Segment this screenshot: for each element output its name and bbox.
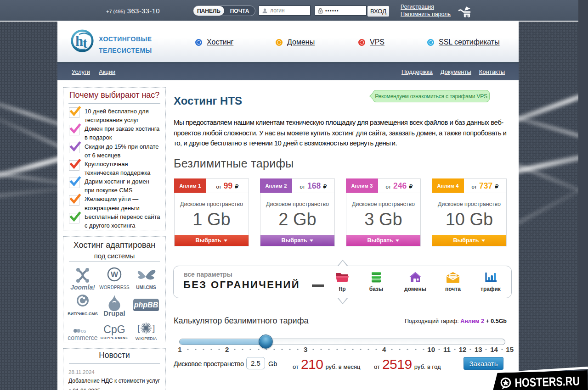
remind-password-link[interactable]: Напомнить пароль (401, 11, 451, 18)
dropdown-arrow-icon (310, 240, 313, 242)
month-from-label: от (293, 363, 299, 370)
choose-button[interactable]: Выбрать (346, 235, 420, 246)
disk-label: Дисковое пространство (432, 201, 506, 207)
oscommerce-logo: os commerce (67, 317, 99, 344)
news-block: Новости 28.11.2024 Добавление НДС к стои… (63, 348, 166, 390)
cart-svg (458, 6, 471, 17)
brand-name[interactable]: ХОСТИНГОВЫЕТЕЛЕСИСТЕМЫ (99, 33, 152, 56)
bubble-tail (369, 93, 375, 99)
scale-label: 1 (178, 345, 181, 353)
param-label: почта (437, 286, 469, 292)
choose-label: Выбрать (282, 237, 307, 244)
scale-label: 2 (225, 345, 229, 353)
param-mail: почта (437, 271, 469, 292)
tariff-card-anlim1: Анлим 1 от99₽ Дисковое пространство 1 Gb… (174, 178, 249, 246)
wikipedia-logo: [ ] WIKIPEDIA (130, 317, 162, 344)
adapted-subtitle: под системы (67, 252, 162, 260)
coppermine-logo: CpG COPPERMINE (99, 317, 130, 344)
nav-label: SSL сертификаты (439, 38, 500, 46)
scale-dot (187, 349, 188, 350)
param-label: ftp (326, 286, 358, 292)
tariff-price: 99 (224, 181, 232, 191)
scale-dot (423, 349, 424, 350)
scale-dot (234, 349, 236, 350)
toggle-panel[interactable]: ПАНЕЛЬ (193, 6, 224, 16)
cms-logo-svg: CpG COPPERMINE (99, 320, 130, 344)
param-label: трафик (475, 286, 507, 292)
svg-text:CpG: CpG (103, 323, 125, 335)
house-icon (408, 271, 423, 284)
cms-logo-svg: phpBB (131, 293, 161, 317)
svg-text:Drupal: Drupal (103, 309, 125, 317)
scale-dot (415, 349, 416, 350)
scale-dot (454, 349, 456, 350)
subnav-support[interactable]: Поддержка (401, 68, 433, 75)
check-icon (69, 107, 79, 118)
list-item: 10 дней бесплатно для тестирования услуг (68, 107, 161, 124)
toggle-mail[interactable]: ПОЧТА (224, 6, 255, 16)
scale-label: 14 (490, 345, 498, 353)
nav-label: Хостинг (207, 38, 233, 46)
adapted-systems-block: Хостинг адаптирован под системы Joomla! (63, 236, 166, 342)
tariff-badge: Анлим 3 (346, 178, 378, 193)
dropdown-arrow-icon (481, 240, 485, 242)
hosting-radio-icon (195, 39, 202, 46)
disk-value-input[interactable]: 2.5 (246, 357, 265, 369)
svg-text:W: W (111, 270, 119, 279)
domains-radio-icon (276, 39, 283, 46)
nav-ssl[interactable]: SSL сертификаты (427, 38, 500, 46)
year-from-label: от (374, 363, 380, 370)
price-row: от246₽ (378, 179, 420, 193)
scale-dot (289, 349, 290, 350)
cart-icon[interactable] (458, 6, 471, 19)
subnav-documents[interactable]: Документы (441, 68, 471, 75)
cms-logo-svg: UMI.CMS (132, 267, 160, 290)
tariffs-heading: Безлимитные тарифы (174, 157, 294, 170)
tariff-badge: Анлим 2 (260, 178, 292, 193)
nav-vps[interactable]: VPS (358, 38, 384, 46)
disk-slider[interactable] (179, 339, 505, 345)
password-input[interactable]: •••••• (315, 6, 367, 16)
bitrix-logo: БИТРИКС.CMS (67, 290, 99, 317)
disk-size: 1 Gb (175, 210, 249, 229)
site-header: h t ХОСТИНГОВЫЕТЕЛЕСИСТЕМЫ Хостинг Домен… (57, 22, 519, 62)
scale-dot (470, 349, 471, 350)
param-domains: домены (399, 271, 431, 292)
phone-number: +7 (495) 363-33-10 (106, 7, 160, 15)
login-input[interactable]: логин (259, 6, 311, 16)
login-button[interactable]: ВХОД (368, 6, 389, 17)
list-item: Скидки до 15% при оплате от 6 месяцев (68, 142, 161, 160)
nav-hosting[interactable]: Хостинг (195, 38, 233, 46)
scale-dot (438, 349, 440, 350)
news-item-text[interactable]: Добавление НДС к стоимости услуг с 01.01… (68, 376, 160, 390)
vps-recommendation-bubble[interactable]: Рекомендуем ознакомиться с тарифами VPS (373, 90, 490, 102)
logo-icon[interactable]: h t (70, 29, 94, 55)
tariff-price: 246 (393, 181, 407, 191)
scale-dot (376, 349, 377, 350)
nav-domains[interactable]: Домены (276, 38, 315, 46)
subnav-contacts[interactable]: Контакты (479, 68, 505, 75)
check-icon (69, 125, 79, 135)
watermark-logo-icon (499, 377, 512, 390)
scale-dot (250, 349, 251, 350)
scale-label: 15 (506, 345, 514, 353)
hint-tariff-link[interactable]: Анлим 2 (460, 318, 484, 324)
currency-symbol: ₽ (409, 183, 413, 190)
why-item-text: 10 дней бесплатно для тестирования услуг (85, 107, 160, 124)
svg-text:os: os (81, 328, 86, 334)
choose-button[interactable]: Выбрать (432, 235, 506, 246)
scale-label: 4 (382, 345, 386, 353)
price-row: от99₽ (206, 179, 249, 193)
subnav-services[interactable]: Услуги (72, 68, 90, 75)
vps-radio-icon (358, 39, 365, 46)
choose-button[interactable]: Выбрать (175, 235, 249, 246)
register-link[interactable]: Регистрация (401, 3, 451, 11)
browser-scrollbar[interactable] (578, 0, 588, 390)
subnav-promos[interactable]: Акции (99, 68, 115, 75)
price-from-label: от (472, 184, 477, 189)
why-item-text: Дарим хостинг и домен при покупке CMS (85, 177, 160, 195)
order-button[interactable]: Заказать (464, 357, 503, 370)
topbar-divider (0, 21, 578, 22)
joomla-logo: Joomla! (67, 264, 99, 290)
choose-button[interactable]: Выбрать (260, 235, 334, 246)
